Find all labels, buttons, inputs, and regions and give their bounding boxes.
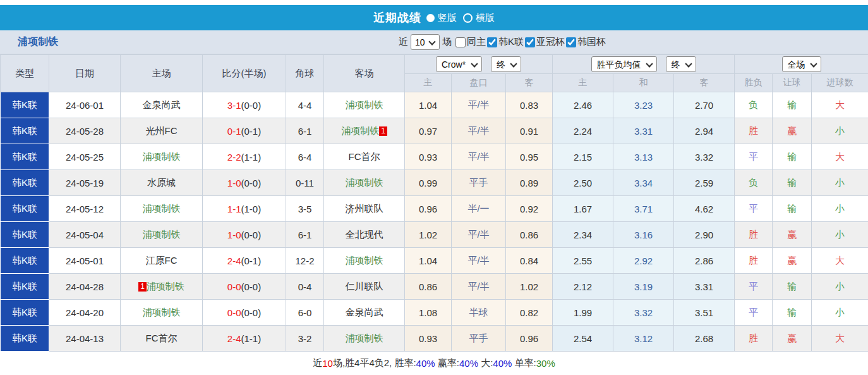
radio-unselected-icon[interactable] (463, 13, 473, 23)
checkbox-4[interactable] (566, 37, 576, 47)
home-team-cell: 1浦项制铁 (121, 274, 203, 300)
full-score: 2-4 (227, 255, 241, 266)
half-score: (0-0) (241, 100, 262, 111)
col-header-score: 比分(半场) (203, 55, 286, 92)
checkbox-label: 亚冠杯 (536, 36, 565, 48)
ah-away-odds-cell: 1.02 (506, 274, 553, 300)
sub-header-ah-line: 盘口 (452, 74, 506, 92)
ah-away-odds-cell: 0.84 (506, 248, 553, 274)
team-label: 浦项制铁 (143, 307, 181, 317)
ah-line-cell: 平手 (452, 170, 506, 196)
period-select[interactable]: 全场 (782, 56, 821, 72)
ah-home-odds-cell: 0.93 (405, 326, 452, 352)
layout-radio-vertical[interactable]: 竖版 (426, 12, 457, 24)
checkbox-1[interactable] (455, 37, 466, 47)
summary-segment: 30% (536, 358, 555, 369)
recent-count-select[interactable]: 10 (411, 34, 440, 50)
result-cell: 胜 (735, 248, 773, 274)
ah-line-cell: 平/半 (452, 144, 506, 170)
away-team-cell: 浦项制铁 (324, 170, 405, 196)
table-row: 韩K联24-05-25浦项制铁2-2(1-1)6-4FC首尔0.93平/半0.9… (1, 144, 868, 170)
europe-odds-select[interactable]: 胜平负均值 (591, 56, 657, 72)
eu-draw-odds-cell: 3.16 (613, 222, 674, 248)
radio-selected-icon[interactable] (426, 14, 435, 22)
checkbox-3[interactable] (525, 37, 535, 47)
summary-segment: 场,胜4平4负2, 胜率: (333, 357, 416, 369)
half-score: (0-1) (241, 126, 262, 137)
ah-home-odds-cell: 1.04 (405, 248, 452, 274)
sub-header-result: 胜负 (735, 74, 773, 92)
checkbox-2[interactable] (487, 37, 497, 47)
ah-line-cell: 平手 (452, 326, 506, 352)
team-label: 浦项制铁 (346, 99, 383, 110)
match-rows: 韩K联24-06-01金泉尚武3-1(0-0)4-4浦项制铁1.04平/半0.8… (1, 92, 868, 352)
result-cell: 平 (735, 274, 773, 300)
summary-segment: 40% (493, 358, 512, 369)
eu-away-odds-cell: 4.62 (674, 196, 735, 222)
europe-odds-group-header: 胜平负均值 终 (553, 55, 735, 74)
ah-line-cell: 平/半 (452, 274, 506, 300)
layout-radio-horizontal[interactable]: 横版 (463, 12, 495, 24)
team-label: 浦项制铁 (346, 333, 383, 343)
half-score: (0-1) (241, 255, 262, 266)
checkbox-label: 韩国杯 (577, 36, 606, 48)
date-cell: 24-05-28 (49, 118, 121, 144)
team-label: 全北现代 (346, 229, 383, 240)
league-cell: 韩K联 (1, 144, 49, 170)
full-score: 2-2 (227, 152, 241, 163)
table-row: 韩K联24-05-28光州FC0-1(0-1)6-1浦项制铁10.97平/半0.… (1, 118, 868, 144)
matches-label: 场 (442, 36, 452, 48)
radio-label: 竖版 (438, 12, 457, 24)
bookmaker-select[interactable]: Crow* (436, 56, 482, 72)
team-label: 光州FC (146, 125, 178, 136)
ah-line-cell: 半/一 (452, 196, 506, 222)
half-score: (0-0) (241, 230, 262, 240)
ah-line-cell: 平/半 (452, 248, 506, 274)
half-score: (0-0) (241, 178, 262, 188)
handicap-result-cell: 输 (773, 300, 812, 326)
goals-result-cell: 小 (812, 274, 868, 300)
corner-cell: 3-2 (286, 326, 324, 352)
filter-checkbox-group: 韩国杯 (565, 36, 606, 48)
eu-home-odds-cell: 2.12 (553, 274, 613, 300)
half-score: (1-1) (241, 152, 262, 163)
europe-time-select[interactable]: 终 (666, 56, 696, 72)
team-label: 浦项制铁 (143, 229, 181, 240)
eu-home-odds-cell: 1.67 (553, 196, 613, 222)
away-team-cell: 济州联队 (324, 196, 405, 222)
team-label: 江原FC (146, 255, 178, 266)
summary-footer: 近10场,胜4平4负2, 胜率:40% 赢率:40% 大:40% 单率:30% (0, 352, 868, 375)
date-cell: 24-06-01 (49, 92, 121, 118)
eu-away-odds-cell: 2.59 (674, 170, 735, 196)
match-table: 类型 日期 主场 比分(半场) 角球 客场 Crow* 终 胜平负均值 终 (0, 54, 868, 352)
score-cell: 1-0(0-0) (203, 170, 286, 196)
recent-label: 近 (399, 36, 408, 48)
eu-draw-odds-cell: 3.71 (613, 196, 674, 222)
result-cell: 平 (735, 144, 773, 170)
ah-line-cell: 平/半 (452, 92, 506, 118)
eu-draw-odds-cell: 3.34 (613, 170, 674, 196)
eu-home-odds-cell: 2.15 (553, 144, 613, 170)
table-row: 韩K联24-04-281浦项制铁0-0(0-0)0-4仁川联队0.86平/半1.… (1, 274, 868, 300)
filter-checkbox-group: 韩K联 (486, 36, 524, 48)
ah-away-odds-cell: 0.96 (506, 326, 553, 352)
col-header-away: 客场 (324, 55, 405, 92)
league-cell: 韩K联 (1, 274, 49, 300)
date-cell: 24-05-12 (49, 196, 121, 222)
page-title: 近期战绩 (373, 10, 421, 25)
recent-results-panel: 近期战绩 竖版横版 浦项制铁 近 10 场 同主韩K联亚冠杯韩国杯 类型 日期 … (0, 0, 868, 375)
team-label: 浦项制铁 (346, 177, 383, 188)
goals-result-cell: 大 (812, 248, 868, 274)
date-cell: 24-05-25 (49, 144, 121, 170)
goals-result-cell: 大 (812, 92, 868, 118)
eu-away-odds-cell: 2.68 (674, 326, 735, 352)
team-name: 浦项制铁 (18, 30, 58, 54)
league-cell: 韩K联 (1, 196, 49, 222)
league-cell: 韩K联 (1, 92, 49, 118)
ah-home-odds-cell: 1.04 (405, 92, 452, 118)
corner-cell: 3-5 (286, 196, 324, 222)
result-cell: 胜 (735, 222, 773, 248)
ah-home-odds-cell: 0.99 (405, 170, 452, 196)
score-cell: 2-4(1-1) (203, 326, 286, 352)
handicap-time-select[interactable]: 终 (491, 56, 521, 72)
